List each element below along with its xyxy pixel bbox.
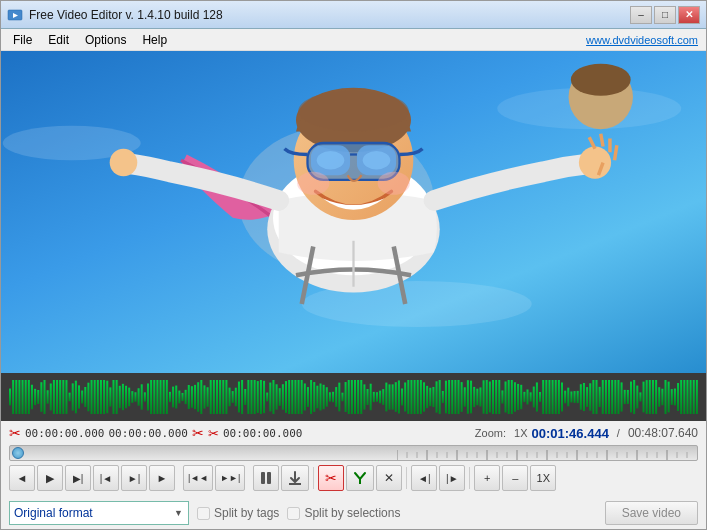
volume-up-button[interactable]: + — [474, 465, 500, 491]
svg-rect-90 — [213, 380, 215, 414]
mark-down-icon — [288, 471, 302, 485]
svg-rect-28 — [18, 380, 20, 414]
svg-rect-96 — [232, 391, 234, 403]
menu-help[interactable]: Help — [134, 31, 175, 49]
svg-rect-130 — [338, 383, 340, 412]
next-mark-button[interactable]: |► — [439, 465, 465, 491]
svg-rect-199 — [555, 380, 557, 414]
svg-rect-105 — [260, 380, 262, 414]
svg-rect-35 — [40, 382, 42, 412]
total-time-display: 00:48:07.640 — [628, 426, 698, 440]
split-tags-checkbox[interactable] — [197, 507, 210, 520]
svg-rect-204 — [570, 392, 572, 403]
play-to-end-button[interactable]: ▶| — [65, 465, 91, 491]
save-video-button[interactable]: Save video — [605, 501, 698, 525]
to-start-button[interactable]: |◄ — [93, 465, 119, 491]
svg-rect-234 — [665, 380, 667, 414]
to-end-button[interactable]: ►| — [121, 465, 147, 491]
svg-rect-201 — [561, 383, 563, 412]
svg-rect-73 — [160, 380, 162, 414]
split-selections-checkbox[interactable] — [287, 507, 300, 520]
extract-button[interactable] — [346, 465, 374, 491]
svg-rect-36 — [44, 380, 46, 414]
svg-rect-168 — [458, 380, 460, 414]
svg-rect-231 — [655, 380, 657, 414]
next-frame-button[interactable]: ► — [149, 465, 175, 491]
cut-start-time: 00:00:00.000 — [25, 427, 104, 440]
svg-rect-213 — [599, 387, 601, 407]
website-link[interactable]: www.dvdvideosoft.com — [586, 34, 702, 46]
menu-edit[interactable]: Edit — [40, 31, 77, 49]
waveform-display: // Will be generated programmatically be… — [9, 378, 698, 416]
time-separator: / — [617, 427, 620, 439]
svg-point-21 — [298, 90, 408, 131]
svg-rect-116 — [294, 380, 296, 414]
svg-rect-155 — [417, 380, 419, 414]
svg-rect-238 — [677, 383, 679, 411]
svg-rect-49 — [84, 387, 86, 407]
svg-rect-98 — [238, 382, 240, 413]
cut-point-time: 00:00:00.000 — [223, 427, 302, 440]
maximize-button[interactable]: □ — [654, 6, 676, 24]
svg-rect-195 — [542, 380, 544, 414]
svg-rect-77 — [172, 387, 174, 408]
svg-rect-40 — [56, 380, 58, 414]
zoom-value: 1X — [514, 427, 527, 439]
pause-button[interactable] — [253, 465, 279, 491]
rewind-start-button[interactable]: |◄◄ — [183, 465, 213, 491]
svg-rect-202 — [564, 391, 566, 404]
ff-end-button[interactable]: ►►| — [215, 465, 245, 491]
seek-thumb[interactable] — [12, 447, 24, 459]
svg-rect-126 — [326, 387, 328, 407]
svg-rect-52 — [94, 380, 96, 414]
zoom-label: Zoom: — [475, 427, 506, 439]
svg-rect-43 — [65, 380, 67, 414]
play-button[interactable]: ▶ — [37, 465, 63, 491]
svg-rect-64 — [131, 391, 133, 403]
mark-button[interactable] — [281, 465, 309, 491]
main-window: Free Video Editor v. 1.4.10 build 128 – … — [0, 0, 707, 530]
cut-button[interactable]: ✂ — [318, 465, 344, 491]
go-back-button[interactable]: ◄ — [9, 465, 35, 491]
close-button[interactable]: ✕ — [678, 6, 700, 24]
svg-rect-123 — [316, 386, 318, 409]
svg-rect-169 — [461, 382, 463, 412]
svg-rect-118 — [301, 380, 303, 414]
svg-rect-87 — [203, 385, 205, 408]
format-select[interactable]: Original format MP4 AVI MOV MKV WMV — [9, 501, 189, 525]
svg-rect-208 — [583, 383, 585, 411]
svg-rect-68 — [144, 392, 146, 401]
svg-rect-138 — [363, 384, 365, 409]
svg-rect-236 — [671, 389, 673, 405]
svg-rect-69 — [147, 383, 149, 410]
delete-segment-button[interactable]: ✕ — [376, 465, 402, 491]
svg-rect-50 — [87, 383, 89, 412]
seek-track[interactable] — [9, 445, 698, 461]
volume-down-button[interactable]: – — [502, 465, 528, 491]
prev-mark-button[interactable]: ◄| — [411, 465, 437, 491]
svg-rect-93 — [222, 380, 224, 414]
title-text: Free Video Editor v. 1.4.10 build 128 — [29, 8, 630, 22]
svg-rect-239 — [680, 380, 682, 414]
svg-rect-25 — [9, 389, 11, 406]
svg-rect-191 — [530, 392, 532, 401]
svg-point-10 — [110, 149, 138, 177]
svg-rect-205 — [574, 391, 576, 403]
minimize-button[interactable]: – — [630, 6, 652, 24]
video-area — [1, 51, 706, 373]
svg-rect-194 — [539, 392, 541, 402]
svg-rect-159 — [429, 388, 431, 406]
svg-rect-150 — [401, 389, 403, 406]
svg-rect-182 — [501, 390, 503, 403]
svg-rect-144 — [382, 389, 384, 405]
cut-end-time: 00:00:00.000 — [108, 427, 187, 440]
svg-rect-179 — [492, 380, 494, 414]
speed-button[interactable]: 1X — [530, 465, 556, 491]
menu-options[interactable]: Options — [77, 31, 134, 49]
menu-file[interactable]: File — [5, 31, 40, 49]
svg-rect-129 — [335, 387, 337, 407]
svg-rect-92 — [219, 380, 221, 414]
svg-rect-210 — [589, 383, 591, 410]
svg-rect-76 — [169, 392, 171, 402]
seek-row — [9, 445, 698, 461]
